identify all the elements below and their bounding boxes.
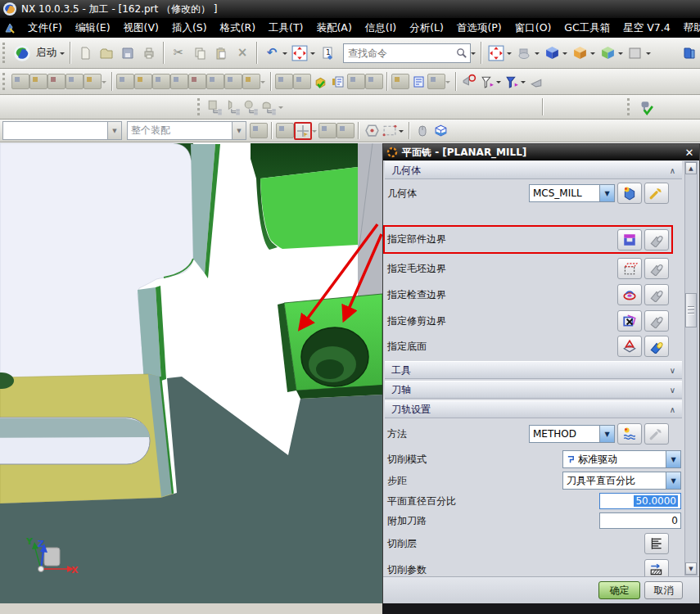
select-trim-boundary-button[interactable] <box>617 310 642 332</box>
open-folder-icon[interactable] <box>96 43 117 64</box>
mouse-gestures-icon[interactable] <box>413 122 431 140</box>
show-2d-caret-icon[interactable] <box>496 81 501 86</box>
start-caret-icon[interactable] <box>60 52 65 57</box>
selection-scope-combo[interactable]: 整个装配 ▼ <box>127 121 246 140</box>
create-method-icon[interactable] <box>65 73 84 91</box>
select-caret-icon[interactable] <box>399 130 404 135</box>
selection-filter-icon[interactable] <box>250 122 268 140</box>
post-process-icon[interactable] <box>329 73 347 91</box>
highlight-trim-boundary-button[interactable] <box>644 310 669 332</box>
selection-type-combo[interactable]: ▼ <box>2 121 122 140</box>
menu-help[interactable]: 帮助(H) <box>677 19 700 38</box>
highlight-blank-boundary-button[interactable] <box>644 258 669 279</box>
select-part-boundary-button[interactable] <box>617 229 642 251</box>
scrollbar-thumb[interactable] <box>685 293 697 327</box>
toolbar-grip-2[interactable] <box>2 73 8 91</box>
menu-analysis[interactable]: 分析(L) <box>403 19 450 38</box>
dialog-close-button[interactable]: ✕ <box>681 147 698 159</box>
cutter-display-icon[interactable] <box>527 73 545 91</box>
roles-icon[interactable] <box>679 43 700 64</box>
cut-icon[interactable]: ✂ <box>168 43 189 64</box>
toolbar-grip-3[interactable] <box>197 98 203 115</box>
new-file-icon[interactable] <box>75 43 96 64</box>
edit-caret-icon[interactable] <box>260 81 265 86</box>
dropdown-icon[interactable]: ▼ <box>599 426 614 442</box>
copy-object-icon[interactable] <box>152 73 170 91</box>
show-3d-caret-icon[interactable] <box>521 81 526 86</box>
machine-tool-view-icon[interactable] <box>224 98 242 116</box>
fit-view-icon[interactable] <box>289 43 310 64</box>
menu-information[interactable]: 信息(I) <box>359 19 403 38</box>
view-caret-icon[interactable] <box>278 106 283 111</box>
new-method-button[interactable] <box>617 423 642 445</box>
point-dialog-icon[interactable] <box>363 122 381 140</box>
dropdown-icon[interactable]: ▼ <box>232 122 246 139</box>
additional-passes-input[interactable]: 0 <box>599 512 681 529</box>
stepover-select[interactable]: 刀具平直百分比 ▼ <box>562 472 681 490</box>
copy-icon[interactable] <box>189 43 210 64</box>
menu-edit[interactable]: 编辑(E) <box>69 19 117 38</box>
start-button[interactable]: 启动 <box>33 44 60 61</box>
shaded-caret-icon[interactable] <box>535 52 540 57</box>
triad-origin[interactable] <box>38 567 44 572</box>
cut-object-icon[interactable] <box>134 73 152 91</box>
search-caret-icon[interactable] <box>471 52 476 57</box>
create-tool-icon[interactable] <box>29 73 47 91</box>
snap-midpoint-icon[interactable] <box>318 122 336 140</box>
create-caret-icon[interactable] <box>102 81 106 86</box>
pocket-floor[interactable] <box>260 167 358 249</box>
edit-geometry-button[interactable] <box>644 183 669 204</box>
cancel-button[interactable]: 取消 <box>644 581 683 599</box>
rectangle-select-icon[interactable] <box>381 122 399 140</box>
cut-params-button[interactable] <box>644 559 669 576</box>
snap-point-icon[interactable] <box>276 122 294 140</box>
delete-object-icon[interactable] <box>188 73 206 91</box>
create-operation-icon[interactable] <box>84 73 102 91</box>
fit-caret-icon[interactable] <box>507 52 512 57</box>
feeds-speeds-icon[interactable] <box>391 73 409 91</box>
generate-toolpath-icon[interactable] <box>275 73 293 91</box>
background-icon[interactable] <box>625 43 646 64</box>
highlight-part-boundary-button[interactable] <box>644 229 669 251</box>
menu-assemblies[interactable]: 装配(A) <box>309 19 358 38</box>
select-floor-button[interactable] <box>617 336 642 357</box>
list-output-icon[interactable] <box>409 73 427 91</box>
geometry-select[interactable]: MCS_MILL ▼ <box>529 184 615 202</box>
highlight-check-boundary-button[interactable] <box>644 284 669 305</box>
menu-gc-toolbox[interactable]: GC工具箱 <box>558 19 616 38</box>
edit-section-caret-icon[interactable] <box>618 52 623 57</box>
menu-window[interactable]: 窗口(O) <box>508 19 558 38</box>
menu-xingkong[interactable]: 星空 V7.4 <box>616 19 676 38</box>
menu-insert[interactable]: 插入(S) <box>165 19 214 38</box>
replay-toolpath-icon[interactable] <box>293 73 311 91</box>
show-toolpath-icon[interactable] <box>460 73 478 91</box>
toolbar-grip[interactable] <box>2 43 8 64</box>
scroll-down-icon[interactable]: ▼ <box>685 562 697 575</box>
edit-object-icon[interactable] <box>116 73 134 91</box>
section-path-settings[interactable]: 刀轨设置 ∧ <box>385 400 682 418</box>
machining-method-view-icon[interactable] <box>260 98 278 116</box>
scroll-up-icon[interactable]: ▲ <box>685 162 697 174</box>
graphics-viewport[interactable]: X Z Y <box>0 142 382 603</box>
section-tool-axis[interactable]: 刀轴 ∨ <box>385 381 682 399</box>
program-order-view-icon[interactable] <box>206 98 224 116</box>
orient-caret-icon[interactable] <box>562 52 567 57</box>
shop-doc-icon[interactable] <box>365 73 383 91</box>
ok-button[interactable]: 确定 <box>598 581 640 599</box>
background-caret-icon[interactable] <box>646 52 651 57</box>
search-icon[interactable] <box>455 47 467 59</box>
show-2d-dynamic-icon[interactable] <box>478 73 496 91</box>
menu-view[interactable]: 视图(V) <box>117 19 165 38</box>
select-blank-boundary-button[interactable] <box>617 258 642 279</box>
undo-caret-icon[interactable] <box>282 52 287 57</box>
menu-tools[interactable]: 工具(T) <box>262 19 309 38</box>
print-icon[interactable] <box>138 43 160 64</box>
cut-levels-button[interactable] <box>644 533 669 554</box>
dialog-titlebar[interactable]: 平面铣 - [PLANAR_MILL] ✕ <box>383 144 699 160</box>
orient-view-icon[interactable] <box>541 43 562 64</box>
window-titlebar[interactable]: NX 10.0.3.5 - 加工 - [162.prt （修改的） ] <box>0 0 700 18</box>
clip-section-icon[interactable] <box>569 43 590 64</box>
customize-check-icon[interactable] <box>636 98 654 116</box>
undo-icon[interactable]: ↶ <box>261 43 282 64</box>
section-geometry[interactable]: 几何体 ∧ <box>385 161 682 179</box>
